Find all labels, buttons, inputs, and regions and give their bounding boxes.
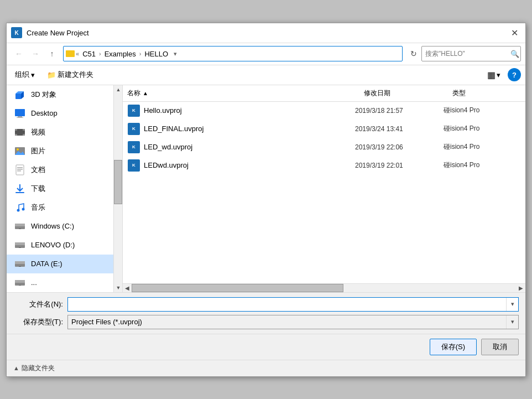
scroll-thumb[interactable]: [114, 160, 122, 204]
filename-label: 文件名(N):: [13, 299, 63, 309]
hide-folders-label: 隐藏文件夹: [22, 364, 55, 373]
col-header-name[interactable]: 名称 ▲: [123, 87, 359, 99]
col-header-date[interactable]: 修改日期: [359, 87, 448, 99]
scroll-right-button[interactable]: ▶: [517, 283, 525, 292]
sidebar-item-video[interactable]: 视频: [7, 123, 113, 142]
sidebar-item-lenovo[interactable]: LENOVO (D:): [7, 236, 113, 255]
sidebar-item-downloads[interactable]: 下载: [7, 179, 113, 198]
filename-row: 文件名(N): ▾: [13, 297, 519, 312]
button-row: 保存(S) 取消: [7, 334, 525, 360]
file-date: 2019/3/19 22:06: [355, 143, 444, 151]
filename-input[interactable]: [68, 298, 506, 311]
help-icon: ?: [512, 71, 517, 79]
file-type: 碰ision4 Pro: [444, 160, 521, 170]
file-type: 碰ision4 Pro: [444, 106, 521, 115]
desktop-icon: [13, 107, 27, 120]
search-input[interactable]: [425, 50, 508, 58]
filetype-label: 保存类型(T):: [13, 317, 63, 327]
nav-toolbar: ← → ↑ « C51 › Examples › HELLO ▾ ↻ 🔍: [7, 43, 525, 65]
new-folder-button[interactable]: 📁 新建文件夹: [42, 68, 98, 82]
drive-d-icon: [13, 239, 27, 252]
sidebar-label-data: DATA (E:): [31, 260, 62, 268]
close-button[interactable]: ✕: [508, 26, 521, 39]
file-name: LED_wd.uvproj: [144, 143, 355, 151]
sidebar-item-data[interactable]: DATA (E:): [7, 255, 113, 273]
forward-button[interactable]: →: [28, 46, 43, 61]
sidebar: 3D 对象 Desktop 视频: [7, 85, 123, 292]
crumb-c51[interactable]: C51: [80, 50, 98, 58]
col-header-type[interactable]: 类型: [448, 87, 525, 99]
svg-point-19: [17, 209, 20, 211]
file-area: 名称 ▲ 修改日期 类型 K Hello.uvproj 2019/3/18 21: [123, 85, 525, 292]
sidebar-item-pictures[interactable]: 图片: [7, 142, 113, 160]
scroll-up-button[interactable]: ▲: [114, 85, 123, 94]
sidebar-item-music[interactable]: 音乐: [7, 198, 113, 217]
svg-rect-22: [15, 224, 25, 226]
save-button[interactable]: 保存(S): [430, 339, 477, 355]
file-row[interactable]: K LED_FINAL.uvproj 2019/3/24 13:41 碰isio…: [123, 120, 525, 138]
sidebar-item-3d[interactable]: 3D 对象: [7, 85, 113, 104]
svg-rect-14: [16, 165, 24, 175]
search-bar[interactable]: 🔍: [421, 46, 521, 61]
filetype-value: Project Files (*.uvproj): [68, 315, 506, 329]
sidebar-item-docs[interactable]: 文档: [7, 160, 113, 179]
svg-rect-7: [15, 129, 17, 131]
view-chevron-icon: ▾: [497, 71, 500, 79]
sidebar-label-windows: Windows (C:): [31, 222, 74, 230]
filetype-select-wrap: Project Files (*.uvproj) ▾: [67, 315, 519, 329]
organize-chevron-icon: ▾: [31, 71, 35, 79]
crumb-examples[interactable]: Examples: [102, 50, 138, 58]
hide-folders-row[interactable]: ▲ 隐藏文件夹: [7, 360, 525, 376]
file-name: LEDwd.uvproj: [144, 161, 355, 169]
sidebar-item-desktop[interactable]: Desktop: [7, 104, 113, 123]
file-row[interactable]: K Hello.uvproj 2019/3/18 21:57 碰ision4 P…: [123, 102, 525, 120]
help-button[interactable]: ?: [508, 68, 521, 81]
main-content: 3D 对象 Desktop 视频: [7, 85, 525, 292]
folder-plus-icon: 📁: [47, 71, 56, 79]
secondary-toolbar: 组织 ▾ 📁 新建文件夹 ▦ ▾ ?: [7, 65, 525, 85]
horizontal-scrollbar[interactable]: ◀ ▶: [123, 283, 525, 292]
sidebar-label-more: ...: [31, 278, 37, 287]
file-type: 碰ision4 Pro: [444, 142, 521, 152]
refresh-button[interactable]: ↻: [407, 47, 420, 60]
file-date: 2019/3/24 13:41: [355, 125, 444, 133]
svg-point-12: [17, 148, 19, 151]
filename-dropdown-button[interactable]: ▾: [506, 298, 518, 311]
sort-icon: ▲: [143, 90, 148, 96]
h-scroll-thumb[interactable]: [132, 284, 343, 292]
scroll-left-button[interactable]: ◀: [123, 283, 132, 292]
svg-rect-15: [17, 167, 23, 168]
svg-rect-9: [15, 134, 17, 136]
scroll-track: [114, 94, 122, 283]
drive-e-icon: [13, 257, 27, 271]
organize-button[interactable]: 组织 ▾: [11, 68, 39, 82]
svg-point-20: [22, 208, 25, 210]
crumb-hello[interactable]: HELLO: [142, 50, 170, 58]
view-button[interactable]: ▦ ▾: [483, 68, 504, 82]
image-icon: [13, 144, 27, 158]
create-project-dialog: K Create New Project ✕ ← → ↑ « C51 › Exa…: [6, 23, 526, 377]
sidebar-scrollbar[interactable]: ▲ ▼: [113, 85, 122, 292]
svg-rect-17: [17, 170, 21, 172]
up-button[interactable]: ↑: [44, 46, 60, 61]
sidebar-item-windows[interactable]: Windows (C:): [7, 217, 113, 236]
search-icon: 🔍: [510, 50, 519, 58]
folder-icon: [66, 50, 75, 57]
sidebar-label-3d: 3D 对象: [31, 90, 56, 100]
cube-icon: [13, 88, 27, 101]
svg-rect-10: [23, 134, 25, 136]
file-row[interactable]: K LED_wd.uvproj 2019/3/19 22:06 碰ision4 …: [123, 138, 525, 157]
file-row[interactable]: K LEDwd.uvproj 2019/3/19 22:01 碰ision4 P…: [123, 157, 525, 175]
download-icon: [13, 182, 27, 195]
sidebar-label-pictures: 图片: [31, 146, 45, 156]
cancel-button[interactable]: 取消: [481, 339, 519, 355]
svg-rect-5: [17, 117, 23, 118]
file-icon: K: [127, 141, 140, 154]
dialog-footer: 文件名(N): ▾ 保存类型(T): Project Files (*.uvpr…: [7, 292, 525, 334]
scroll-down-button[interactable]: ▼: [114, 283, 123, 292]
address-bar[interactable]: « C51 › Examples › HELLO ▾: [63, 46, 403, 61]
sidebar-item-more[interactable]: ...: [7, 273, 113, 292]
svg-rect-3: [15, 109, 25, 116]
filetype-dropdown-button[interactable]: ▾: [506, 315, 518, 329]
back-button[interactable]: ←: [11, 46, 27, 61]
